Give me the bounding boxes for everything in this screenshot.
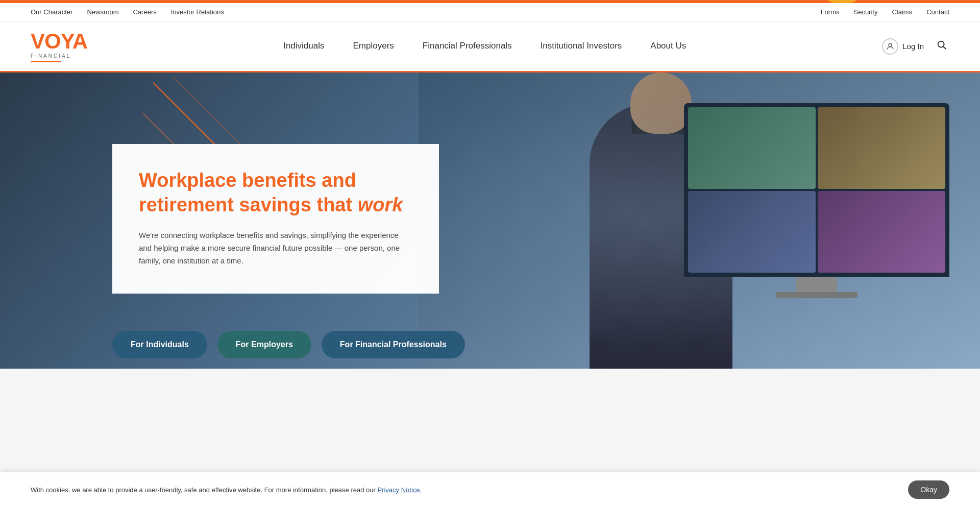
cookie-text: With cookies, we are able to provide a u… bbox=[31, 486, 888, 494]
main-header: VOYA FINANCIAL Individuals Employers Fin… bbox=[0, 21, 980, 73]
svg-point-1 bbox=[938, 41, 944, 47]
monitor-base bbox=[776, 292, 857, 298]
nav-employers[interactable]: Employers bbox=[339, 22, 408, 71]
top-bar-decoration bbox=[827, 0, 857, 3]
logo-sub: FINANCIAL bbox=[31, 53, 87, 59]
video-tile-2 bbox=[818, 107, 945, 189]
video-tile-1 bbox=[688, 107, 816, 189]
cookie-banner: With cookies, we are able to provide a u… bbox=[0, 472, 980, 507]
cta-employers-button[interactable]: For Employers bbox=[217, 331, 311, 358]
forms-link[interactable]: Forms bbox=[821, 8, 840, 16]
svg-point-0 bbox=[889, 43, 892, 46]
search-button[interactable] bbox=[934, 37, 949, 56]
monitor-stand bbox=[796, 277, 837, 292]
hero-title-italic: work bbox=[358, 194, 403, 215]
logo-underline bbox=[31, 61, 61, 62]
hero-content-card: Workplace benefits and retirement saving… bbox=[112, 144, 439, 294]
contact-link[interactable]: Contact bbox=[926, 8, 949, 16]
newsroom-link[interactable]: Newsroom bbox=[87, 8, 118, 16]
monitor-screen bbox=[684, 103, 949, 277]
hero-title-line2: retirement savings that bbox=[139, 194, 358, 215]
hero-description: We're connecting workplace benefits and … bbox=[139, 229, 412, 267]
video-tile-3 bbox=[688, 191, 816, 273]
nav-institutional-investors[interactable]: Institutional Investors bbox=[526, 22, 636, 71]
top-accent-bar bbox=[0, 0, 980, 3]
nav-financial-professionals[interactable]: Financial Professionals bbox=[408, 22, 526, 71]
header-actions: Log In bbox=[882, 37, 949, 56]
careers-link[interactable]: Careers bbox=[133, 8, 157, 16]
utility-nav-left: Our Character Newsroom Careers Investor … bbox=[31, 8, 224, 16]
cta-individuals-button[interactable]: For Individuals bbox=[112, 331, 207, 358]
nav-about-us[interactable]: About Us bbox=[636, 22, 700, 71]
utility-nav: Our Character Newsroom Careers Investor … bbox=[0, 3, 980, 21]
nav-individuals[interactable]: Individuals bbox=[269, 22, 338, 71]
investor-relations-link[interactable]: Investor Relations bbox=[171, 8, 224, 16]
logo-area[interactable]: VOYA FINANCIAL bbox=[31, 31, 87, 62]
cta-buttons-area: For Individuals For Employers For Financ… bbox=[112, 331, 465, 358]
claims-link[interactable]: Claims bbox=[892, 8, 912, 16]
cookie-okay-button[interactable]: Okay bbox=[908, 480, 949, 499]
logo-text: VOYA bbox=[31, 31, 87, 52]
cta-financial-button[interactable]: For Financial Professionals bbox=[322, 331, 465, 358]
user-icon bbox=[882, 38, 898, 55]
security-link[interactable]: Security bbox=[853, 8, 877, 16]
video-tile-4 bbox=[818, 191, 945, 273]
login-label: Log In bbox=[902, 42, 924, 51]
main-nav: Individuals Employers Financial Professi… bbox=[269, 21, 700, 71]
hero-section: Workplace benefits and retirement saving… bbox=[0, 73, 980, 369]
monitor-area bbox=[684, 103, 949, 298]
hero-image-area bbox=[419, 73, 980, 369]
privacy-notice-link[interactable]: Privacy Notice. bbox=[377, 486, 422, 494]
our-character-link[interactable]: Our Character bbox=[31, 8, 72, 16]
svg-line-2 bbox=[943, 46, 946, 49]
utility-nav-right: Forms Security Claims Contact bbox=[821, 8, 949, 16]
login-link[interactable]: Log In bbox=[882, 38, 924, 55]
hero-title: Workplace benefits and retirement saving… bbox=[139, 168, 412, 217]
